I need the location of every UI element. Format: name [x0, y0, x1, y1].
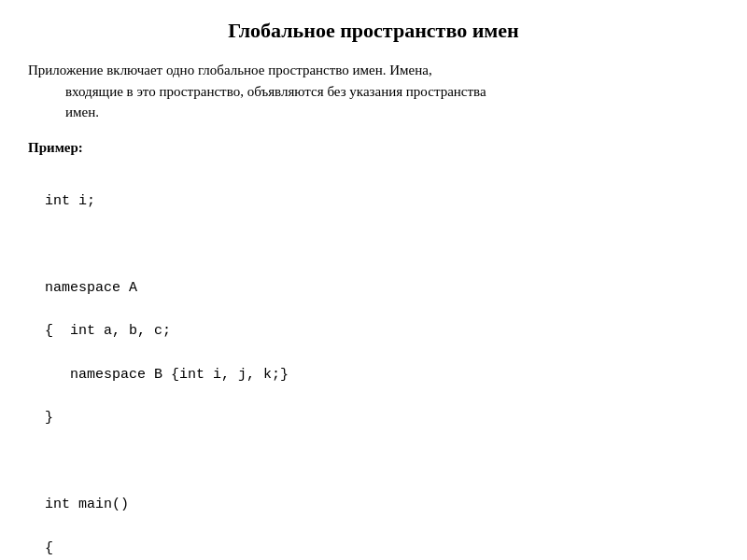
code-line9: { [45, 540, 53, 556]
code-block: int i; namespace A { int a, b, c; namesp… [28, 169, 719, 561]
code-line1: int i; [45, 193, 95, 209]
code-line8: int main() [45, 497, 129, 512]
description-line1: Приложение включает одно глобальное прос… [28, 63, 432, 77]
code-line5: namespace B {int i, j, k;} [45, 367, 289, 383]
description-line3: имен. [28, 102, 719, 123]
code-line4: { int a, b, c; [45, 323, 171, 339]
page-title: Глобальное пространство имен [28, 19, 719, 43]
code-line6: } [45, 410, 53, 426]
description-text: Приложение включает одно глобальное прос… [28, 60, 719, 123]
description-line2: входящие в это пространство, объявляются… [28, 81, 719, 103]
code-line3: namespace A [45, 280, 137, 296]
example-label: Пример: [28, 140, 719, 156]
